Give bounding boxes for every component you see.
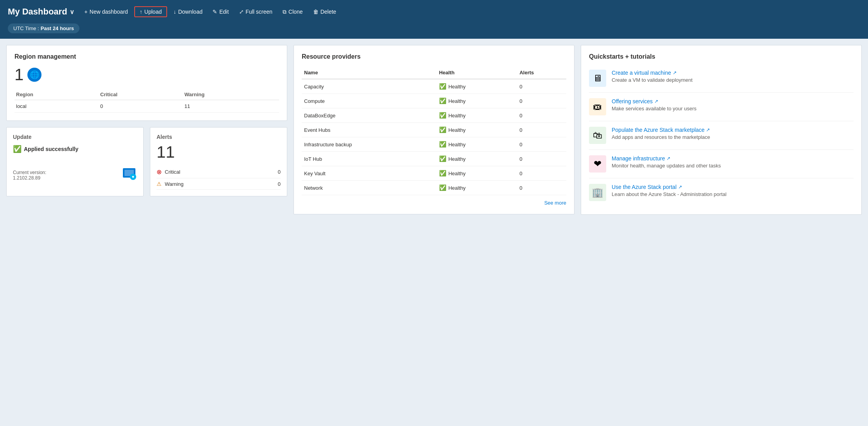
table-row: Key Vault ✅ Healthy 0 [302,166,566,181]
alerts-card: Alerts 11 ⊗ Critical 0 ⚠ Warning 0 [150,127,287,196]
health-check-icon: ✅ [439,112,447,119]
fullscreen-button[interactable]: ⤢ Full screen [235,7,276,16]
rp-name-header: Name [302,67,437,79]
health-check-icon: ✅ [439,155,447,162]
region-count: 1 🌐 [14,67,279,83]
check-circle-icon: ✅ [13,145,22,153]
quickstart-desc-create-vm: Create a VM to validate deployment [612,77,693,83]
chevron-down-icon: ∨ [70,8,74,16]
globe-icon: 🌐 [27,68,41,82]
plus-icon: + [85,9,88,15]
see-more[interactable]: See more [302,199,566,206]
health-check-icon: ✅ [439,83,447,90]
region-table: Region Critical Warning local 0 11 [14,89,279,113]
quickstart-icon-marketplace: 🛍 [589,127,606,144]
quickstart-item-azure-portal[interactable]: 🏢 Use the Azure Stack portal ↗ Learn abo… [589,178,854,207]
main-content: Region management 1 🌐 Region Critical Wa… [0,39,868,426]
quickstart-link-create-vm[interactable]: Create a virtual machine ↗ [612,70,693,76]
upload-button[interactable]: ↑ Upload [134,6,167,17]
quickstarts-list: 🖥 Create a virtual machine ↗ Create a VM… [589,67,854,207]
sub-cards-row: Update ✅ Applied successfully Current ve… [6,127,287,196]
external-link-icon: ↗ [654,99,658,104]
external-link-icon: ↗ [666,156,670,161]
rp-health-cell: ✅ Healthy [437,108,517,123]
rp-name-cell: Key Vault [302,166,437,181]
health-check-icon: ✅ [439,141,447,148]
rp-alerts-cell: 0 [517,137,566,152]
quickstarts-title: Quickstarts + tutorials [589,53,854,60]
table-row: Event Hubs ✅ Healthy 0 [302,123,566,137]
quickstart-desc-offering-services: Make services available to your users [612,106,697,111]
quickstart-item-create-vm[interactable]: 🖥 Create a virtual machine ↗ Create a VM… [589,67,854,93]
table-row: Infrastructure backup ✅ Healthy 0 [302,137,566,152]
table-row: local 0 11 [14,100,279,113]
see-more-link[interactable]: See more [544,200,566,206]
external-link-icon: ↗ [673,70,677,75]
quickstarts-card: Quickstarts + tutorials 🖥 Create a virtu… [581,45,862,215]
rp-alerts-header: Alerts [517,67,566,79]
quickstart-item-marketplace[interactable]: 🛍 Populate the Azure Stack marketplace ↗… [589,121,854,150]
utc-value: Past 24 hours [41,25,74,31]
resource-providers-table: Name Health Alerts Capacity ✅ Healthy 0 … [302,67,566,195]
download-button[interactable]: ↓ Download [169,7,206,16]
update-status: ✅ Applied successfully [13,145,137,153]
rp-name-cell: Infrastructure backup [302,137,437,152]
rp-name-cell: Capacity [302,79,437,94]
quickstart-icon-manage-infra: ❤ [589,155,606,173]
rp-health-cell: ✅ Healthy [437,94,517,108]
quickstart-link-offering-services[interactable]: Offering services ↗ [612,98,697,104]
health-check-icon: ✅ [439,126,447,133]
quickstart-link-marketplace[interactable]: Populate the Azure Stack marketplace ↗ [612,127,710,133]
quickstart-link-manage-infra[interactable]: Manage infrastructure ↗ [612,155,721,162]
error-icon: ⊗ [157,168,162,176]
fullscreen-icon: ⤢ [239,9,244,15]
quickstart-item-offering-services[interactable]: 🎟 Offering services ↗ Make services avai… [589,93,854,121]
new-dashboard-button[interactable]: + New dashboard [81,7,132,16]
edit-button[interactable]: ✎ Edit [209,7,232,16]
table-row: Capacity ✅ Healthy 0 [302,79,566,94]
quickstart-desc-azure-portal: Learn about the Azure Stack - Administra… [612,191,726,197]
clone-button[interactable]: ⧉ Clone [279,7,307,17]
delete-icon: 🗑 [313,9,319,15]
title-text: My Dashboard [8,7,67,17]
region-management-title: Region management [14,53,279,60]
dashboard-title[interactable]: My Dashboard ∨ [8,7,74,17]
region-col-header: Region [14,89,99,100]
utc-label: UTC Time : [13,25,39,31]
quickstart-item-manage-infra[interactable]: ❤ Manage infrastructure ↗ Monitor health… [589,150,854,178]
external-link-icon: ↗ [706,127,710,133]
table-row: DataBoxEdge ✅ Healthy 0 [302,108,566,123]
alerts-count: 11 [157,143,281,161]
version-row: Current version: 1.2102.28.89 [13,165,137,181]
health-check-icon: ✅ [439,170,447,177]
update-status-text: Applied successfully [24,146,78,152]
utc-badge[interactable]: UTC Time : Past 24 hours [8,23,79,33]
left-column: Region management 1 🌐 Region Critical Wa… [6,45,287,196]
external-link-icon: ↗ [678,184,682,190]
quickstart-icon-offering-services: 🎟 [589,98,606,115]
critical-alert-row: ⊗ Critical 0 [157,166,281,178]
quickstart-text-marketplace: Populate the Azure Stack marketplace ↗ A… [612,127,710,140]
edit-icon: ✎ [212,9,217,15]
rp-alerts-cell: 0 [517,181,566,195]
warning-icon: ⚠ [157,181,162,187]
azure-stack-icon [121,165,137,181]
rp-health-cell: ✅ Healthy [437,123,517,137]
resource-providers-card: Resource providers Name Health Alerts Ca… [294,45,574,214]
rp-alerts-cell: 0 [517,166,566,181]
rp-alerts-cell: 0 [517,94,566,108]
update-card: Update ✅ Applied successfully Current ve… [6,127,144,196]
rp-health-header: Health [437,67,517,79]
quickstart-text-offering-services: Offering services ↗ Make services availa… [612,98,697,111]
quickstart-icon-azure-portal: 🏢 [589,184,606,201]
rp-name-cell: Compute [302,94,437,108]
health-check-icon: ✅ [439,97,447,104]
rp-health-cell: ✅ Healthy [437,152,517,166]
delete-button[interactable]: 🗑 Delete [309,7,340,16]
quickstart-link-azure-portal[interactable]: Use the Azure Stack portal ↗ [612,184,726,190]
rp-alerts-cell: 0 [517,152,566,166]
warning-col-header: Warning [183,89,279,100]
rp-name-cell: Network [302,181,437,195]
rp-name-cell: IoT Hub [302,152,437,166]
quickstart-text-create-vm: Create a virtual machine ↗ Create a VM t… [612,70,693,83]
